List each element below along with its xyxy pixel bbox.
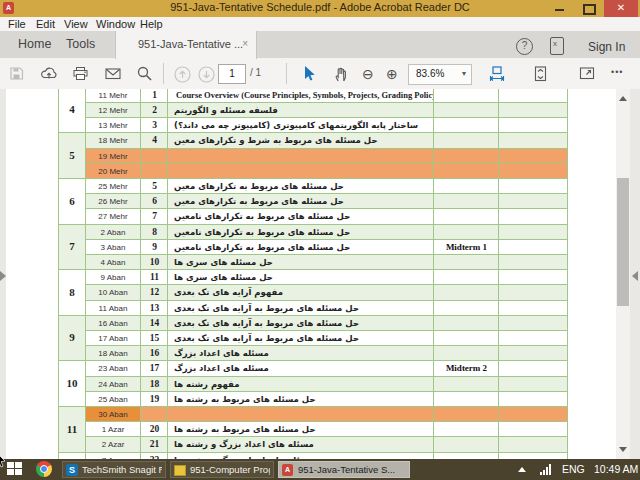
tab-close-icon[interactable]: × bbox=[242, 38, 248, 49]
tab-document[interactable]: 951-Java-Tentative ... × bbox=[115, 31, 257, 59]
cell-date: 7 Azar bbox=[84, 452, 142, 459]
taskbar-button-acrobat[interactable]: A 951-Java-Tentative S... bbox=[278, 461, 410, 478]
cell-date: 11 Mehr bbox=[84, 89, 142, 103]
mobile-device-icon[interactable]: x bbox=[550, 37, 564, 55]
next-page-icon[interactable] bbox=[197, 65, 217, 83]
toolbar: 1 / 1 ⊖ ⊕ 83.6% ▾ ••• bbox=[0, 58, 640, 90]
cell-week: 8 bbox=[58, 269, 86, 316]
save-icon[interactable] bbox=[8, 65, 28, 83]
cell-date: 30 Aban bbox=[84, 406, 142, 422]
tray-language[interactable]: ENG bbox=[562, 463, 585, 475]
tray-clock[interactable]: 10:49 AM bbox=[594, 463, 638, 475]
cell-exam bbox=[433, 148, 500, 164]
cell-week: 9 bbox=[58, 315, 86, 362]
cell-notes bbox=[498, 436, 568, 452]
cell-session: 10 bbox=[140, 254, 169, 270]
cell-notes bbox=[498, 163, 568, 179]
cell-notes bbox=[498, 193, 568, 209]
cell-session: 13 bbox=[140, 300, 169, 316]
cell-notes bbox=[498, 89, 568, 103]
cell-week: 7 bbox=[58, 224, 86, 271]
cell-notes bbox=[498, 391, 568, 407]
minimize-button[interactable] bbox=[546, 0, 572, 16]
start-button[interactable] bbox=[7, 462, 25, 477]
zoom-out-icon[interactable]: ⊖ bbox=[362, 66, 374, 82]
cell-week: 11 bbox=[58, 406, 86, 453]
tab-home[interactable]: Home bbox=[18, 37, 51, 51]
cell-notes bbox=[498, 117, 568, 133]
fit-width-icon[interactable] bbox=[488, 65, 508, 83]
cell-date: 10 Aban bbox=[84, 284, 142, 300]
vertical-scrollbar[interactable] bbox=[616, 89, 630, 459]
cell-exam bbox=[433, 330, 500, 346]
cell-topic: حل مسئله های سری ها bbox=[167, 254, 435, 270]
tab-document-label: 951-Java-Tentative ... bbox=[138, 38, 243, 50]
title-bar[interactable]: A 951-Java-Tentative Schedule.pdf - Adob… bbox=[0, 0, 640, 17]
close-button[interactable]: ✕ bbox=[604, 0, 638, 17]
cell-topic: ساختار پایه الگوریتمهای کامپیوتری (کامپی… bbox=[167, 117, 435, 133]
fit-page-icon[interactable] bbox=[532, 65, 552, 83]
page-number-input[interactable]: 1 bbox=[218, 64, 246, 84]
cell-notes bbox=[498, 148, 568, 164]
menu-help[interactable]: Help bbox=[140, 18, 163, 30]
cell-week: 4 bbox=[58, 89, 86, 133]
scrollbar-thumb[interactable] bbox=[617, 178, 629, 306]
taskbar-button-snagit[interactable]: S TechSmith Snagit Re... bbox=[62, 461, 166, 478]
cell-exam bbox=[433, 163, 500, 179]
zoom-in-icon[interactable]: ⊕ bbox=[386, 66, 398, 82]
left-pane-toggle-icon[interactable] bbox=[0, 271, 6, 281]
tab-tools[interactable]: Tools bbox=[66, 37, 95, 51]
cell-topic bbox=[167, 163, 435, 179]
pdf-page[interactable]: 11 Mehr1Course Overview (Course Principl… bbox=[6, 89, 616, 459]
cell-topic: مسئله های اعداد بزرگ bbox=[167, 360, 435, 376]
cell-topic: فلسفه مسئله و الگوریتم bbox=[167, 102, 435, 118]
cell-topic: حل مسئله های مربوط به رشته ها bbox=[167, 391, 435, 407]
snagit-icon: S bbox=[66, 464, 78, 476]
cell-exam bbox=[433, 406, 500, 422]
cell-date: 1 Azar bbox=[84, 421, 142, 437]
cell-session: 22 bbox=[140, 452, 169, 459]
cell-date: 24 Aban bbox=[84, 376, 142, 392]
fullscreen-icon[interactable] bbox=[578, 65, 598, 83]
cell-date: 23 Aban bbox=[84, 360, 142, 376]
maximize-button[interactable] bbox=[576, 0, 602, 16]
cell-session: 20 bbox=[140, 421, 169, 437]
menu-file[interactable]: File bbox=[8, 18, 26, 30]
menu-view[interactable]: View bbox=[64, 18, 88, 30]
cell-date: 25 Aban bbox=[84, 391, 142, 407]
cell-session: 8 bbox=[140, 224, 169, 240]
cell-session bbox=[140, 406, 169, 422]
chrome-icon[interactable] bbox=[36, 461, 52, 477]
taskbar-button-label: 951-Java-Tentative S... bbox=[298, 464, 406, 475]
page-total-label: / 1 bbox=[250, 67, 261, 78]
select-tool-icon[interactable] bbox=[300, 65, 320, 83]
cell-exam bbox=[433, 421, 500, 437]
cell-exam bbox=[433, 391, 500, 407]
tray-show-hidden-icon[interactable] bbox=[518, 467, 526, 472]
cell-topic: حل مسئله های مربوط به تکرارهای نامعین bbox=[167, 239, 435, 255]
more-tools-icon[interactable]: ••• bbox=[611, 67, 623, 77]
print-icon[interactable] bbox=[72, 65, 92, 83]
email-icon[interactable] bbox=[104, 65, 124, 83]
right-pane-toggle-icon[interactable] bbox=[632, 271, 638, 281]
menu-edit[interactable]: Edit bbox=[36, 18, 55, 30]
tab-bar: Home Tools 951-Java-Tentative ... × bbox=[0, 31, 640, 59]
cell-exam bbox=[433, 269, 500, 285]
taskbar-button-folder[interactable]: 951-Computer Progr... bbox=[170, 461, 274, 478]
hand-tool-icon[interactable] bbox=[332, 65, 352, 83]
sign-in-button[interactable]: Sign In bbox=[588, 40, 625, 54]
help-icon[interactable]: ? bbox=[516, 38, 533, 55]
search-icon[interactable] bbox=[136, 65, 156, 83]
scroll-down-icon[interactable] bbox=[619, 447, 627, 452]
share-cloud-icon[interactable] bbox=[40, 65, 60, 83]
cell-exam bbox=[433, 89, 500, 103]
zoom-level-dropdown[interactable]: 83.6% ▾ bbox=[408, 64, 472, 85]
cell-exam bbox=[433, 208, 500, 224]
acrobat-window: A 951-Java-Tentative Schedule.pdf - Adob… bbox=[0, 0, 640, 480]
scroll-up-icon[interactable] bbox=[619, 96, 627, 101]
cell-session bbox=[140, 148, 169, 164]
network-icon[interactable] bbox=[540, 464, 553, 475]
cell-session: 11 bbox=[140, 269, 169, 285]
previous-page-icon[interactable] bbox=[173, 65, 193, 83]
menu-window[interactable]: Window bbox=[96, 18, 135, 30]
